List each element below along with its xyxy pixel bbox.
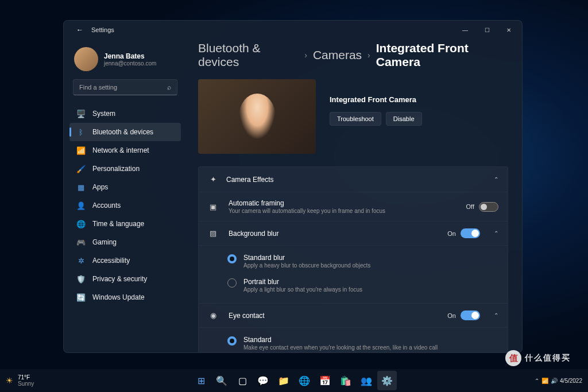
chevron-up-icon[interactable]: ⌃	[494, 312, 498, 319]
weather-cond: Sunny	[18, 381, 34, 387]
effects-icon: ✦	[208, 175, 218, 184]
sidebar-item-accounts[interactable]: 👤Accounts	[69, 196, 181, 215]
background-blur-row: ▨ Background blur On ⌃	[199, 221, 508, 245]
background-blur-toggle[interactable]	[461, 228, 480, 238]
chevron-up-icon[interactable]: ⌃	[494, 230, 498, 236]
radio-button[interactable]	[227, 278, 237, 288]
nav-icon: ᛒ	[76, 127, 86, 137]
breadcrumb-separator: ›	[304, 51, 307, 60]
settings-window: ← Settings — ☐ ✕ Jenna Bates jenna@conto…	[63, 20, 523, 353]
edge-button[interactable]: 🌐	[295, 371, 314, 390]
taskbar-right[interactable]: ⌃ 📶 🔊 4/5/2022	[535, 378, 582, 384]
avatar	[74, 47, 98, 71]
settings-button[interactable]: ⚙️	[377, 371, 397, 390]
radio-option[interactable]: Portrait blurApply a light blur so that …	[227, 273, 508, 297]
eye-contact-row: ◉ Eye contact On ⌃	[199, 303, 508, 327]
sidebar-item-bluetooth-devices[interactable]: ᛒBluetooth & devices	[69, 123, 181, 141]
automatic-framing-row: ▣ Automatic framing Your camera will aut…	[199, 192, 508, 221]
toggle-label: On	[447, 312, 456, 319]
toggle-label: On	[447, 230, 456, 237]
nav-icon: 🖌️	[76, 164, 86, 173]
main-content: Bluetooth & devices›Cameras›Integrated F…	[184, 39, 522, 352]
tray-chevron-icon[interactable]: ⌃	[535, 378, 539, 384]
disable-button[interactable]: Disable	[386, 112, 422, 126]
troubleshoot-button[interactable]: Troubleshoot	[330, 112, 381, 126]
sidebar-item-apps[interactable]: ▦Apps	[69, 178, 181, 196]
explorer-button[interactable]: 📁	[274, 371, 293, 390]
radio-option[interactable]: StandardMake eye contact even when you'r…	[227, 331, 508, 352]
nav-label: System	[92, 110, 115, 118]
blur-options: Standard blurApply a heavy blur to obscu…	[199, 245, 508, 303]
sidebar-item-windows-update[interactable]: 🔄Windows Update	[69, 288, 181, 306]
camera-name: Integrated Front Camera	[330, 95, 508, 104]
sidebar-item-gaming[interactable]: 🎮Gaming	[69, 233, 181, 251]
search-button[interactable]: 🔍	[212, 371, 231, 390]
taskbar-date: 4/5/2022	[560, 378, 582, 384]
nav-label: Privacy & security	[92, 275, 147, 283]
taskbar-weather[interactable]: ☀ 71°F Sunny	[6, 374, 34, 387]
wifi-icon[interactable]: 📶	[541, 378, 548, 384]
nav-label: Windows Update	[92, 293, 145, 301]
close-button[interactable]: ✕	[498, 22, 520, 38]
nav-icon: ▦	[76, 183, 86, 192]
eye-options: StandardMake eye contact even when you'r…	[199, 327, 508, 352]
breadcrumb-item[interactable]: Bluetooth & devices	[198, 41, 299, 69]
sidebar-item-time-language[interactable]: 🌐Time & language	[69, 215, 181, 233]
store-button[interactable]: 🛍️	[336, 371, 355, 390]
volume-icon[interactable]: 🔊	[551, 378, 558, 384]
nav-label: Network & internet	[92, 146, 149, 154]
automatic-framing-toggle[interactable]	[479, 202, 498, 212]
nav-icon: 🔄	[76, 293, 86, 302]
breadcrumb-item[interactable]: Cameras	[313, 48, 362, 62]
radio-button[interactable]	[227, 336, 237, 346]
nav-icon: 🌐	[76, 219, 86, 228]
nav-label: Accounts	[92, 201, 121, 209]
sidebar-item-network-internet[interactable]: 📶Network & internet	[69, 141, 181, 160]
calendar-button[interactable]: 📅	[315, 371, 335, 390]
nav-label: Personalization	[92, 165, 140, 173]
window-body: Jenna Bates jenna@contoso.com ⌕ 🖥️System…	[64, 39, 522, 352]
nav-icon: 📶	[76, 146, 86, 155]
camera-preview-row: Integrated Front Camera Troubleshoot Dis…	[198, 79, 508, 154]
nav-icon: 🎮	[76, 238, 86, 247]
sidebar-item-accessibility[interactable]: ✲Accessibility	[69, 251, 181, 270]
profile-block[interactable]: Jenna Bates jenna@contoso.com	[69, 44, 181, 78]
sidebar-item-privacy-security[interactable]: 🛡️Privacy & security	[69, 270, 181, 288]
search-box[interactable]: ⌕	[73, 79, 177, 95]
breadcrumb-separator: ›	[368, 51, 370, 60]
chevron-up-icon: ⌃	[494, 176, 498, 183]
camera-effects-header[interactable]: ✦ Camera Effects ⌃	[199, 167, 508, 192]
teams-button[interactable]: 👥	[357, 371, 376, 390]
option-title: Standard	[243, 336, 498, 344]
weather-temp: 71°F	[18, 374, 34, 381]
blur-icon: ▨	[208, 229, 218, 238]
section-title: Camera Effects	[226, 176, 273, 184]
profile-email: jenna@contoso.com	[104, 60, 156, 67]
setting-title: Automatic framing	[229, 199, 456, 207]
back-button[interactable]: ←	[73, 23, 87, 37]
radio-option[interactable]: Standard blurApply a heavy blur to obscu…	[227, 249, 508, 273]
nav-icon: 🖥️	[76, 109, 86, 118]
sidebar-item-system[interactable]: 🖥️System	[69, 104, 181, 123]
sidebar-item-personalization[interactable]: 🖌️Personalization	[69, 160, 181, 178]
maximize-button[interactable]: ☐	[476, 22, 498, 38]
nav-label: Bluetooth & devices	[92, 128, 153, 136]
chat-button[interactable]: 💬	[253, 371, 273, 390]
nav-icon: 🛡️	[76, 274, 86, 284]
framing-icon: ▣	[208, 203, 218, 211]
breadcrumb: Bluetooth & devices›Cameras›Integrated F…	[198, 41, 508, 69]
profile-name: Jenna Bates	[104, 52, 156, 60]
nav-icon: 👤	[76, 201, 86, 210]
sidebar: Jenna Bates jenna@contoso.com ⌕ 🖥️System…	[64, 39, 184, 352]
start-button[interactable]: ⊞	[191, 371, 211, 390]
eye-contact-toggle[interactable]	[461, 311, 480, 320]
minimize-button[interactable]: —	[454, 22, 476, 38]
nav-label: Gaming	[92, 238, 117, 246]
taskview-button[interactable]: ▢	[233, 371, 252, 390]
option-title: Standard blur	[243, 254, 498, 262]
search-input[interactable]	[79, 84, 167, 91]
nav-label: Accessibility	[92, 257, 130, 265]
sun-icon: ☀	[6, 376, 13, 385]
radio-button[interactable]	[227, 254, 237, 263]
nav-label: Time & language	[92, 220, 144, 228]
